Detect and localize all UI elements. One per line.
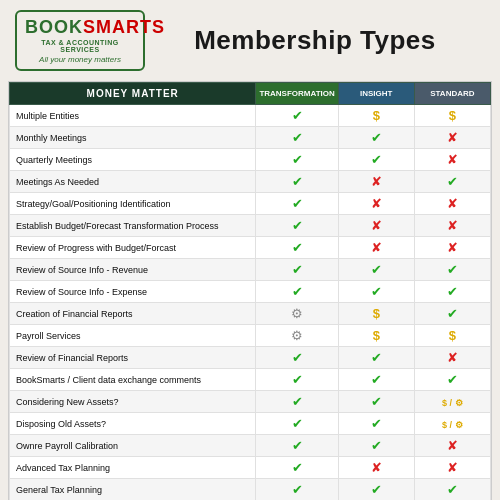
transformation-cell: ✔ [256,237,338,259]
insight-cell: ✔ [338,435,414,457]
transformation-cell: ⚙ [256,325,338,347]
x-icon: ✘ [447,152,458,167]
check-icon: ✔ [292,438,303,453]
check-icon: ✔ [292,218,303,233]
x-icon: ✘ [371,196,382,211]
transformation-cell: ✔ [256,435,338,457]
check-icon: ✔ [371,262,382,277]
check-icon: ✔ [292,284,303,299]
insight-cell: $ [338,325,414,347]
check-icon: ✔ [292,416,303,431]
table-row: Review of Source Info - Expense✔✔✔ [10,281,491,303]
item-name: Disposing Old Assets? [10,413,256,435]
x-icon: ✘ [371,174,382,189]
table-row: Creation of Financial Reports⚙$✔ [10,303,491,325]
col-header-item: MONEY MATTER [10,83,256,105]
col-header-transformation: TRANSFORMATION [256,83,338,105]
check-icon: ✔ [292,482,303,497]
item-name: Ownre Payroll Calibration [10,435,256,457]
standard-cell: ✘ [414,149,490,171]
logo-tagline: All your money matters [25,55,135,64]
check-icon: ✔ [447,174,458,189]
dollar-icon: $ [373,108,380,123]
table-row: BookSmarts / Client data exchange commen… [10,369,491,391]
standard-cell: ✘ [414,237,490,259]
standard-cell: ✘ [414,193,490,215]
transformation-cell: ✔ [256,347,338,369]
insight-cell: ✘ [338,171,414,193]
standard-cell: ✔ [414,171,490,193]
transformation-cell: ✔ [256,259,338,281]
x-icon: ✘ [371,460,382,475]
transformation-cell: ✔ [256,391,338,413]
dollar-icon: $ [373,328,380,343]
transformation-cell: ✔ [256,479,338,501]
item-name: Strategy/Goal/Positioning Identification [10,193,256,215]
check-icon: ✔ [371,130,382,145]
check-icon: ✔ [371,416,382,431]
item-name: Quarterly Meetings [10,149,256,171]
insight-cell: $ [338,105,414,127]
check-icon: ✔ [292,152,303,167]
item-name: Advanced Tax Planning [10,457,256,479]
gear-icon: ⚙ [291,328,303,343]
item-name: General Tax Planning [10,479,256,501]
check-icon: ✔ [292,130,303,145]
col-header-insight: INSIGHT [338,83,414,105]
table-row: Strategy/Goal/Positioning Identification… [10,193,491,215]
x-icon: ✘ [447,196,458,211]
standard-cell: ✘ [414,215,490,237]
insight-cell: ✔ [338,259,414,281]
item-name: Considering New Assets? [10,391,256,413]
transformation-cell: ✔ [256,193,338,215]
insight-cell: ✔ [338,281,414,303]
check-icon: ✔ [292,372,303,387]
table-row: Ownre Payroll Calibration✔✔✘ [10,435,491,457]
table-row: Disposing Old Assets?✔✔$ / ⚙ [10,413,491,435]
insight-cell: ✘ [338,215,414,237]
table-row: Multiple Entities✔$$ [10,105,491,127]
dollar-icon: $ [449,328,456,343]
insight-cell: ✘ [338,237,414,259]
item-name: Review of Progress with Budget/Forcast [10,237,256,259]
standard-cell: $ [414,325,490,347]
insight-cell: ✔ [338,479,414,501]
insight-cell: ✔ [338,413,414,435]
check-icon: ✔ [371,284,382,299]
x-icon: ✘ [447,350,458,365]
x-icon: ✘ [447,438,458,453]
logo-subtitle: TAX & ACCOUNTING SERVICES [25,39,135,53]
check-icon: ✔ [371,394,382,409]
item-name: Review of Financial Reports [10,347,256,369]
check-icon: ✔ [371,152,382,167]
check-icon: ✔ [447,372,458,387]
dollar-gear-icon: $ / ⚙ [442,398,463,408]
page-title: Membership Types [145,25,485,56]
x-icon: ✘ [447,240,458,255]
transformation-cell: ✔ [256,127,338,149]
standard-cell: ✔ [414,259,490,281]
check-icon: ✔ [371,482,382,497]
standard-cell: $ / ⚙ [414,391,490,413]
table-row: Monthly Meetings✔✔✘ [10,127,491,149]
table-row: Establish Budget/Forecast Transformation… [10,215,491,237]
standard-cell: ✔ [414,303,490,325]
x-icon: ✘ [371,240,382,255]
table-row: General Tax Planning✔✔✔ [10,479,491,501]
table-row: Advanced Tax Planning✔✘✘ [10,457,491,479]
x-icon: ✘ [447,218,458,233]
item-name: Creation of Financial Reports [10,303,256,325]
table-row: Quarterly Meetings✔✔✘ [10,149,491,171]
table-row: Review of Financial Reports✔✔✘ [10,347,491,369]
table-row: Review of Progress with Budget/Forcast✔✘… [10,237,491,259]
page-header: BOOKSMARTS TAX & ACCOUNTING SERVICES All… [0,0,500,81]
check-icon: ✔ [292,240,303,255]
item-name: Review of Source Info - Expense [10,281,256,303]
check-icon: ✔ [292,174,303,189]
item-name: Meetings As Needed [10,171,256,193]
check-icon: ✔ [447,262,458,277]
standard-cell: ✔ [414,281,490,303]
check-icon: ✔ [292,262,303,277]
gear-icon: ⚙ [291,306,303,321]
logo: BOOKSMARTS TAX & ACCOUNTING SERVICES All… [15,10,145,71]
